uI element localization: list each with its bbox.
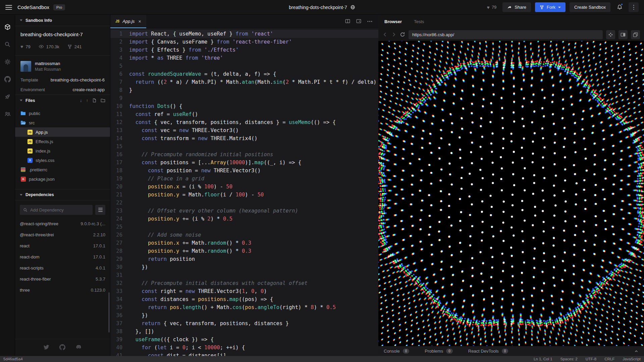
indentation-setting[interactable]: Spaces: 2 xyxy=(560,357,578,361)
devtools-tab[interactable]: React DevTools0 xyxy=(468,349,508,354)
code-line[interactable]: 37 return { vec, transform, positions, d… xyxy=(110,319,378,327)
split-preview-button[interactable] xyxy=(619,30,628,39)
code-line[interactable]: 31 xyxy=(110,271,378,279)
files-section-header[interactable]: Files ↓ ↑ xyxy=(15,95,110,106)
code-line[interactable]: 32 // Precompute initial distances with … xyxy=(110,279,378,287)
code-line[interactable]: 5 xyxy=(110,62,378,70)
code-line[interactable]: 25 xyxy=(110,223,378,231)
code-line[interactable]: 35 return pos.length() + Math.cos(pos.an… xyxy=(110,303,378,311)
dependency-list-toggle-button[interactable] xyxy=(95,205,105,215)
code-line[interactable]: 19 // Place in a grid xyxy=(110,175,378,183)
code-line[interactable]: 1import React, { useMemo, useRef } from … xyxy=(110,30,378,38)
code-editor[interactable]: 1import React, { useMemo, useRef } from … xyxy=(110,28,378,356)
code-line[interactable]: 41 const dist = distances[i] xyxy=(110,352,378,356)
open-in-new-window-button[interactable] xyxy=(631,30,640,39)
code-line[interactable]: 23 // Offset every other column (hexagon… xyxy=(110,207,378,215)
notifications-button[interactable] xyxy=(614,2,625,12)
new-folder-button[interactable] xyxy=(101,98,105,103)
cursor-position[interactable]: Ln 1, Col 1 xyxy=(534,357,552,361)
file-row[interactable]: JSEffects.js xyxy=(15,137,110,146)
code-line[interactable]: 27 position.x += Math.random() * 0.3 xyxy=(110,239,378,247)
code-line[interactable]: 4import * as THREE from 'three' xyxy=(110,54,378,62)
code-line[interactable]: 2import { Canvas, useFrame } from 'react… xyxy=(110,38,378,46)
code-line[interactable]: 30 }) xyxy=(110,263,378,271)
dependency-row[interactable]: react-three-fiber5.3.7 xyxy=(20,274,105,285)
dependency-row[interactable]: @react-spring/three9.0.0-rc.3 (... xyxy=(20,218,105,229)
dependencies-section-header[interactable]: Dependencies xyxy=(15,189,110,200)
code-line[interactable]: 8} xyxy=(110,86,378,94)
author-row[interactable]: mattrossman Matt Rossman xyxy=(15,56,110,75)
back-button[interactable] xyxy=(382,32,388,37)
app-preview-viewport[interactable] xyxy=(378,41,644,346)
code-line[interactable]: 11 const ref = useRef() xyxy=(110,110,378,118)
devtools-tab[interactable]: Console0 xyxy=(384,349,409,354)
like-count[interactable]: ♥ 79 xyxy=(487,5,497,10)
more-options-button[interactable]: ⋮ xyxy=(629,2,639,12)
eol-setting[interactable]: CRLF xyxy=(604,357,614,361)
share-button[interactable]: Share xyxy=(502,2,531,12)
code-line[interactable]: 26 // Add some noise xyxy=(110,231,378,239)
code-line[interactable]: 16 // Precompute randomized initial posi… xyxy=(110,150,378,159)
code-line[interactable]: 29 return position xyxy=(110,255,378,263)
code-line[interactable]: 9 xyxy=(110,94,378,102)
url-bar[interactable] xyxy=(409,30,603,39)
file-row[interactable]: JSindex.js xyxy=(15,146,110,156)
new-file-button[interactable] xyxy=(92,98,97,103)
environment-value[interactable]: create-react-app xyxy=(73,87,105,92)
likes-stat[interactable]: ♥ 79 xyxy=(20,44,31,49)
code-line[interactable]: 33 const right = new THREE.Vector3(1, 0,… xyxy=(110,287,378,295)
code-line[interactable]: 39 useFrame(({ clock }) => { xyxy=(110,336,378,344)
dependency-row[interactable]: react-scripts4.0.1 xyxy=(20,262,105,274)
refresh-button[interactable] xyxy=(400,32,405,37)
dependency-row[interactable]: three0.123.0 xyxy=(20,285,105,296)
sidebar-scrollbar[interactable] xyxy=(108,292,110,333)
settings-tab[interactable] xyxy=(0,53,15,70)
code-line[interactable]: 13 const vec = new THREE.Vector3() xyxy=(110,126,378,134)
code-line[interactable]: 24 position.y += (i % 2) * 0.5 xyxy=(110,215,378,223)
code-line[interactable]: 18 const position = new THREE.Vector3() xyxy=(110,167,378,175)
create-sandbox-button[interactable]: Create Sandbox xyxy=(570,2,610,12)
code-line[interactable]: 20 position.x = (i % 100) - 50 xyxy=(110,183,378,191)
preview-tab-browser[interactable]: Browser xyxy=(384,19,402,24)
discord-icon[interactable] xyxy=(75,344,82,350)
pro-badge[interactable]: Pro xyxy=(53,4,65,10)
tab-app-js[interactable]: JS App.js × xyxy=(110,15,146,28)
sandbox-explorer-tab[interactable] xyxy=(0,18,15,36)
expand-console-button[interactable] xyxy=(634,349,639,354)
code-line[interactable]: 3import { Effects } from './Effects' xyxy=(110,46,378,54)
file-row[interactable]: npackage.json xyxy=(15,174,110,184)
github-icon[interactable] xyxy=(59,344,65,350)
menu-button[interactable] xyxy=(5,5,12,10)
fork-button[interactable]: Fork xyxy=(535,2,566,12)
encoding-setting[interactable]: UTF-8 xyxy=(586,357,597,361)
responsive-mode-button[interactable] xyxy=(606,30,615,39)
code-line[interactable]: 14 const transform = new THREE.Matrix4() xyxy=(110,134,378,142)
live-collaboration-tab[interactable] xyxy=(0,105,15,123)
preview-layout-button[interactable] xyxy=(356,19,361,24)
language-mode[interactable]: JavaScript xyxy=(623,357,641,361)
template-value[interactable]: breathing-dots-checkpoint-6 xyxy=(51,77,105,82)
breathing-dots-canvas[interactable] xyxy=(378,41,644,346)
editor-more-options-button[interactable] xyxy=(367,21,372,22)
search-tab[interactable] xyxy=(0,36,15,53)
file-row[interactable]: public xyxy=(15,109,110,118)
add-dependency-input[interactable] xyxy=(30,207,89,213)
preview-tab-tests[interactable]: Tests xyxy=(414,19,424,24)
code-line[interactable]: 34 const distances = positions.map((pos)… xyxy=(110,295,378,303)
twitter-icon[interactable] xyxy=(43,344,49,350)
file-row[interactable]: src xyxy=(15,118,110,127)
code-line[interactable]: 22 xyxy=(110,199,378,207)
code-line[interactable]: 36 }) xyxy=(110,311,378,319)
code-line[interactable]: 15 xyxy=(110,142,378,150)
sandbox-info-section-header[interactable]: Sandbox Info xyxy=(15,15,110,26)
upload-files-button[interactable]: ↑ xyxy=(86,98,89,103)
split-editor-button[interactable] xyxy=(345,19,350,24)
code-line[interactable]: 17 const positions = [...Array(10000)].m… xyxy=(110,159,378,167)
dependency-row[interactable]: react17.0.1 xyxy=(20,240,105,251)
code-line[interactable]: 12 const { vec, transform, positions, di… xyxy=(110,118,378,126)
file-row[interactable]: 3styles.css xyxy=(15,156,110,165)
code-line[interactable]: 10function Dots() { xyxy=(110,102,378,110)
dependency-row[interactable]: react-dom17.0.1 xyxy=(20,251,105,262)
code-line[interactable]: 7 return ((2 * a) / Math.PI) * Math.atan… xyxy=(110,78,378,86)
code-line[interactable]: 38 }, []) xyxy=(110,327,378,336)
